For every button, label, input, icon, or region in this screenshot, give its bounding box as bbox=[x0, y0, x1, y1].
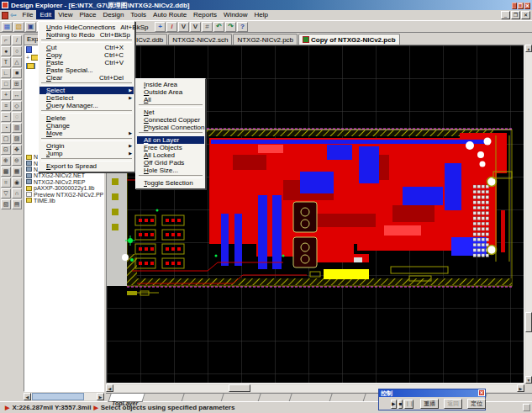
menu-item-change[interactable]: Change bbox=[40, 122, 134, 130]
paste-array-tool-icon[interactable]: ≡ bbox=[1, 101, 11, 111]
arc-tool-icon[interactable]: ⌐ bbox=[1, 35, 11, 45]
menu-item-deselect[interactable]: DeSelect▶ bbox=[40, 94, 134, 102]
scroll-down-arrow-icon[interactable]: ▼ bbox=[525, 376, 532, 384]
split-plane-tool-icon[interactable]: ◇ bbox=[12, 101, 22, 111]
tab-ntxg2-nicv2-sch[interactable]: NTXG2-NICv2.sch bbox=[168, 34, 232, 45]
menu-item-all[interactable]: All bbox=[137, 96, 204, 103]
scroll-up-arrow-icon[interactable]: ▲ bbox=[525, 45, 532, 52]
tree-item-preview-ntxg2-nicv2-ppc[interactable]: Preview NTXG2-NICv2.PPC bbox=[26, 191, 103, 197]
menu-item-inside-area[interactable]: Inside Area bbox=[137, 81, 204, 88]
menu-item-all-on-layer[interactable]: All on Layer bbox=[137, 136, 204, 144]
vertical-scroll-thumb[interactable] bbox=[525, 312, 532, 332]
menu-item-all-locked[interactable]: All Locked bbox=[137, 151, 204, 159]
tree-node-database[interactable] bbox=[26, 46, 32, 53]
tree-scroll-thumb[interactable] bbox=[32, 393, 84, 400]
menu-item-copy[interactable]: CopyCtrl+C bbox=[40, 51, 134, 59]
browse-component-icon[interactable]: V bbox=[190, 22, 201, 32]
mdi-close-button[interactable]: ✕ bbox=[521, 11, 530, 19]
title-bar[interactable]: Design Explorer - [E:\NTX_G7\原理图\NTXG2-N… bbox=[0, 0, 532, 10]
menu-help[interactable]: Help bbox=[251, 10, 271, 19]
expand-icon[interactable]: + bbox=[26, 55, 29, 61]
stop-button[interactable]: ■ bbox=[398, 400, 403, 409]
menu-item-cut[interactable]: CutCtrl+X bbox=[40, 44, 134, 51]
dialog-button-重播[interactable]: 重播 bbox=[420, 399, 439, 409]
menu-item-net[interactable]: Net bbox=[137, 109, 204, 116]
menu-window[interactable]: Window bbox=[220, 10, 250, 19]
rect-tool-icon[interactable]: ▥ bbox=[12, 123, 22, 133]
menu-edit[interactable]: Edit bbox=[36, 10, 55, 19]
tree-horizontal-scrollbar[interactable]: ◀ ▶ bbox=[24, 393, 104, 400]
browse-library-icon[interactable]: V bbox=[178, 22, 189, 32]
mdi-minimize-button[interactable]: _ bbox=[501, 11, 510, 19]
back-arrow-icon[interactable]: ⇦ bbox=[10, 12, 17, 19]
jump-tool-icon[interactable]: ▽ bbox=[1, 188, 11, 199]
array-tool-icon[interactable]: ▤ bbox=[12, 199, 22, 209]
tree-node-documents[interactable]: + bbox=[26, 55, 39, 61]
tree-item-ntxg2-nicv2-net[interactable]: NTXG2-NICv2.NET bbox=[26, 172, 103, 178]
menu-place[interactable]: Place bbox=[76, 10, 99, 19]
save-icon[interactable]: ▣ bbox=[25, 22, 36, 32]
track-tool-icon[interactable]: / bbox=[12, 35, 22, 45]
menu-item-delete[interactable]: Delete bbox=[40, 114, 134, 122]
grid-tool-icon[interactable]: ▦ bbox=[12, 167, 22, 177]
menu-item-export-to-spread[interactable]: Export to Spread bbox=[40, 162, 134, 170]
scroll-left-arrow-icon[interactable]: ◀ bbox=[106, 384, 113, 392]
polygon-tool-icon[interactable]: △ bbox=[12, 57, 22, 67]
ellipse-tool-icon[interactable]: ◌ bbox=[12, 112, 22, 122]
layer-tab-toplayer[interactable]: TopLayer bbox=[108, 394, 145, 402]
snap-grid-icon[interactable]: # bbox=[202, 22, 213, 32]
restore-button[interactable]: ❐ bbox=[518, 3, 524, 9]
component-tool-icon[interactable]: ⊞ bbox=[12, 79, 22, 89]
help-icon[interactable]: ? bbox=[237, 22, 248, 32]
string-tool-icon[interactable]: T bbox=[1, 57, 11, 67]
pad-tool-icon[interactable]: ● bbox=[1, 46, 11, 56]
fill-tool-icon[interactable]: ■ bbox=[12, 68, 22, 78]
placement-cross-icon[interactable]: + bbox=[155, 22, 166, 32]
menu-item-off-grid-pads[interactable]: Off Grid Pads bbox=[137, 159, 204, 167]
scroll-right-arrow-icon[interactable]: ▶ bbox=[97, 393, 104, 400]
scroll-right-arrow-icon[interactable]: ▶ bbox=[517, 384, 524, 392]
menu-item-clear[interactable]: ClearCtrl+Del bbox=[40, 74, 134, 82]
close-button[interactable]: ✕ bbox=[524, 3, 530, 9]
round-rect-tool-icon[interactable]: ▢ bbox=[1, 134, 11, 144]
tab-ntxg2-nicv2-pcb[interactable]: NTXG2-NICv2.pcb bbox=[233, 34, 298, 45]
menu-file[interactable]: File bbox=[19, 10, 37, 19]
minimize-button[interactable]: _ bbox=[512, 3, 516, 9]
mdi-restore-button[interactable]: ❐ bbox=[511, 11, 520, 19]
menu-item-undo-hideconnections[interactable]: Undo HideConnectionsAlt+BkSp bbox=[40, 24, 134, 31]
redo-icon[interactable]: ↷ bbox=[225, 22, 236, 32]
player-control-dialog[interactable]: 控制 ✕ ▶■❙❙重播返回定位 bbox=[378, 389, 486, 410]
menu-item-origin[interactable]: Origin▶ bbox=[40, 142, 134, 150]
menu-item-nothing-to-redo[interactable]: Nothing to RedoCtrl+BkSp bbox=[40, 31, 134, 39]
move-tool-icon[interactable]: ✥ bbox=[12, 145, 22, 155]
menu-item-connected-copper[interactable]: Connected Copper bbox=[137, 116, 204, 124]
menu-item-paste[interactable]: PasteCtrl+V bbox=[40, 59, 134, 66]
room-tool-icon[interactable]: □ bbox=[1, 79, 11, 89]
menu-reports[interactable]: Reports bbox=[190, 10, 220, 19]
ruler-tool-icon[interactable]: ⌗ bbox=[1, 177, 11, 188]
menu-tools[interactable]: Tools bbox=[127, 10, 150, 19]
dialog-title-bar[interactable]: 控制 ✕ bbox=[379, 389, 485, 397]
menu-item-query-manager[interactable]: Query Manager... bbox=[40, 102, 134, 109]
origin-tool-icon[interactable]: ◉ bbox=[12, 177, 22, 188]
bezier-tool-icon[interactable]: ~ bbox=[1, 112, 11, 122]
menu-design[interactable]: Design bbox=[99, 10, 127, 19]
play-button[interactable]: ▶ bbox=[391, 400, 397, 409]
open-folder-icon[interactable]: ▧ bbox=[13, 22, 24, 32]
scroll-left-arrow-icon[interactable]: ◀ bbox=[24, 393, 31, 400]
menu-item-select[interactable]: Select▶ bbox=[40, 87, 134, 94]
menu-item-free-objects[interactable]: Free Objects bbox=[137, 144, 204, 151]
net-tool-icon[interactable]: ∩ bbox=[12, 188, 22, 199]
graph-tool-icon[interactable]: ▨ bbox=[12, 134, 22, 144]
dimension-tool-icon[interactable]: ↔ bbox=[12, 90, 22, 100]
tree-item-paxxp-30000022y1-lib[interactable]: pAXXP-30000022y1.lib bbox=[26, 185, 103, 191]
edit-pen-icon[interactable]: / bbox=[166, 22, 177, 32]
menu-item-hole-size[interactable]: Hole Size... bbox=[137, 167, 204, 174]
menu-auto-route[interactable]: Auto Route bbox=[150, 10, 190, 19]
zoom-out-tool-icon[interactable]: ⊖ bbox=[12, 156, 22, 166]
dialog-button-定位[interactable]: 定位 bbox=[467, 399, 486, 409]
via-tool-icon[interactable]: ○ bbox=[12, 46, 22, 56]
horizontal-scroll-thumb[interactable] bbox=[229, 384, 250, 392]
tab-copy-of-ntxg2-nicv2-pcb[interactable]: Copy of NTXG2-NICv2.pcb bbox=[298, 34, 399, 45]
line-tool-icon[interactable]: ∟ bbox=[1, 68, 11, 78]
